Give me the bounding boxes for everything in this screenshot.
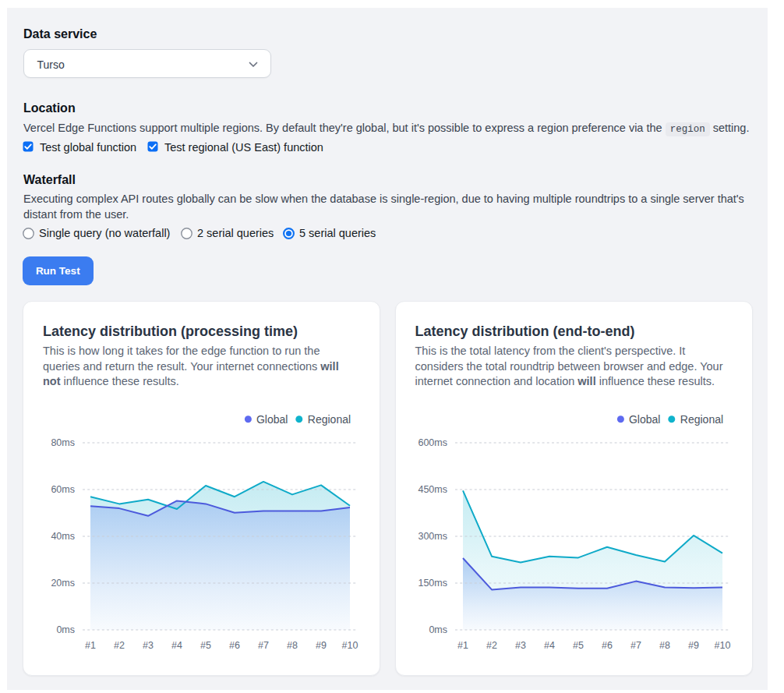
svg-text:#3: #3 [515,640,526,651]
svg-text:#4: #4 [544,640,555,651]
svg-text:150ms: 150ms [418,578,447,589]
svg-text:#7: #7 [630,640,641,651]
svg-text:600ms: 600ms [418,437,447,448]
svg-text:20ms: 20ms [51,578,75,589]
svg-text:80ms: 80ms [51,437,75,448]
svg-text:#9: #9 [688,640,699,651]
svg-text:#2: #2 [114,640,125,651]
svg-text:#4: #4 [171,640,182,651]
svg-text:0ms: 0ms [56,624,75,635]
svg-text:#10: #10 [342,640,358,651]
svg-text:#5: #5 [573,640,584,651]
svg-text:#2: #2 [486,640,497,651]
svg-text:0ms: 0ms [429,624,447,635]
svg-text:#8: #8 [287,640,298,651]
svg-text:#1: #1 [457,640,468,651]
svg-text:#3: #3 [143,640,154,651]
svg-text:#1: #1 [85,640,96,651]
svg-text:#10: #10 [714,640,730,651]
svg-text:#5: #5 [200,640,211,651]
svg-text:#6: #6 [229,640,240,651]
svg-text:#9: #9 [316,640,327,651]
svg-text:60ms: 60ms [51,484,75,495]
svg-text:Regional: Regional [680,413,722,426]
svg-text:#7: #7 [258,640,269,651]
svg-text:#8: #8 [659,640,670,651]
svg-text:300ms: 300ms [418,531,447,542]
svg-text:40ms: 40ms [51,531,75,542]
svg-text:Global: Global [628,413,659,426]
svg-text:Regional: Regional [308,413,351,426]
svg-text:#6: #6 [602,640,613,651]
svg-text:Global: Global [256,413,288,426]
svg-text:450ms: 450ms [418,484,447,495]
